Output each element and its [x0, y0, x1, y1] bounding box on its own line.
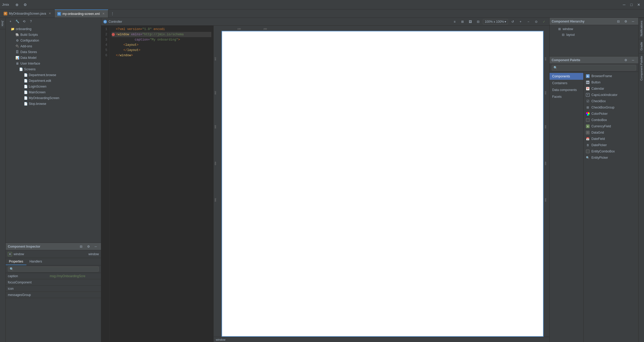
code-val-3: "My onboarding" — [150, 37, 178, 42]
palette-settings-btn[interactable]: ⚙ — [623, 57, 629, 63]
tree-label-login: LoginScreen — [29, 85, 46, 88]
inspector-tab-handlers[interactable]: Handlers — [26, 258, 45, 265]
hierarchy-item-layout[interactable]: ⊟ layout — [550, 32, 638, 38]
gradle-strip-tab[interactable]: Gradle — [639, 39, 644, 53]
inspector-settings-btn[interactable]: ⚙ — [85, 243, 92, 250]
palette-close-btn[interactable]: ─ — [630, 57, 636, 63]
inspector-close-btn[interactable]: ─ — [93, 243, 99, 250]
palette-label-currencyfield: CurrencyField — [591, 124, 611, 128]
apply-btn[interactable]: ✓ — [541, 19, 547, 25]
hierarchy-title: Component Hierarchy — [552, 20, 584, 23]
jmix-strip-tab[interactable]: Jmix — [0, 18, 6, 29]
sidebar-add-btn[interactable]: + — [8, 19, 13, 24]
palette-cat-components[interactable]: Components — [550, 73, 583, 80]
new-window-btn[interactable]: ⊕ — [14, 2, 20, 8]
hierarchy-settings-btn[interactable]: ⚙ — [623, 18, 629, 25]
palette-item-browserframe[interactable]: B BrowserFrame — [584, 73, 638, 79]
tab-bar: C MyOnboardingScreen.java ✕ C my-onboard… — [0, 9, 644, 18]
ruler-v-400: 400 — [214, 162, 217, 165]
code-editor[interactable]: 1 2 3 4 5 6 <?xml version="1.0" encodi — [101, 26, 214, 342]
tab-java-close[interactable]: ✕ — [48, 12, 52, 16]
palette-item-datefield[interactable]: 📅 DateField — [584, 136, 638, 142]
palette-item-colorpicker[interactable]: ColorPicker — [584, 111, 638, 117]
palette-item-checkbox[interactable]: ☑ CheckBox — [584, 98, 638, 104]
line-num-4: 4 — [103, 42, 107, 48]
code-lines: <?xml version="1.0" encodi <window xmlns… — [110, 27, 213, 341]
palette-item-entitycombobox[interactable]: EntityComboBox — [584, 148, 638, 155]
code-bracket-3: > — [178, 37, 180, 42]
sidebar-scroll-btn[interactable]: ⟲ — [21, 19, 27, 24]
code-text-4: < — [123, 42, 125, 48]
tree-item-main[interactable]: 📄 MainScreen — [6, 89, 101, 95]
code-tag-4: layout — [125, 42, 137, 48]
palette-cat-facets[interactable]: Facets — [550, 93, 583, 100]
palette-item-datepicker[interactable]: 🗓 DatePicker — [584, 142, 638, 148]
tree-item-build-scripts[interactable]: 🐘 Build Scripts — [6, 32, 101, 38]
tree-item-addons[interactable]: 🔌 Add-ons — [6, 43, 101, 49]
tab-xml-close[interactable]: ✕ — [101, 12, 105, 16]
editor-toolbar: C Controller ≡ ⊞ 🖼 ⊟ 100% x 100% ▾ ↺ + −… — [101, 18, 549, 26]
tree-item-stop-browse[interactable]: 📄 Stop.browse — [6, 101, 101, 107]
tree-item-myonboarding[interactable]: 📄 MyOnboardingScreen — [6, 95, 101, 101]
tab-java[interactable]: C MyOnboardingScreen.java ✕ — [1, 9, 55, 18]
component-palette: Component Palette ⚙ ─ Compone — [550, 56, 638, 342]
palette-item-calendar[interactable]: 📅 Calendar — [584, 86, 638, 92]
palette-item-datagrid[interactable]: DataGrid — [584, 129, 638, 136]
inspector-tab-properties[interactable]: Properties — [6, 258, 26, 265]
sidebar-help-btn[interactable]: ? — [28, 19, 33, 24]
code-text-1: <?xml version= — [116, 27, 142, 32]
java-icon: C — [4, 12, 7, 15]
palette-item-currencyfield[interactable]: $ CurrencyField — [584, 123, 638, 129]
sidebar-tools-btn[interactable]: 🔧 — [15, 19, 20, 24]
editor-area: C Controller ≡ ⊞ 🖼 ⊟ 100% x 100% ▾ ↺ + −… — [101, 18, 549, 342]
tree-item-configuration[interactable]: ⚙ Configuration — [6, 38, 101, 43]
tree-root-onboarding[interactable]: 📁 onboarding — [6, 26, 101, 32]
grid-view-btn[interactable]: ⊞ — [459, 19, 466, 25]
settings-btn[interactable]: ⚙ — [22, 2, 29, 8]
zoom-out-btn[interactable]: − — [525, 19, 532, 25]
maximize-btn[interactable]: □ — [628, 2, 635, 8]
table-view-btn[interactable]: ⊟ — [475, 19, 481, 25]
close-btn[interactable]: ✕ — [636, 2, 642, 8]
palette-item-capsindicator[interactable]: ⇪ CapsLockIndicator — [584, 92, 638, 98]
title-bar: Jmix ⊕ ⚙ ─ □ ✕ — [0, 0, 644, 9]
notifications-strip-tab[interactable]: Notifications — [639, 18, 644, 39]
palette-cat-containers[interactable]: Containers — [550, 80, 583, 87]
palette-item-combobox[interactable]: ComboBox — [584, 117, 638, 123]
refresh-btn[interactable]: ↺ — [510, 19, 516, 25]
tree-item-dept-edit[interactable]: 📄 Department.edit — [6, 78, 101, 84]
tree-item-login[interactable]: 📄 LoginScreen — [6, 84, 101, 89]
palette-label-entitypicker: EntityPicker — [591, 156, 608, 159]
code-line-1: <?xml version="1.0" encodi — [112, 27, 211, 32]
inspector-layout-btn[interactable]: ⊟ — [78, 243, 84, 250]
right-ruler: 100 200 300 400 500 — [544, 31, 549, 342]
list-view-btn[interactable]: ≡ — [451, 19, 458, 25]
hierarchy-layout-btn[interactable]: ⊟ — [615, 18, 622, 25]
tree-item-dept-browse[interactable]: 📄 Department.browse — [6, 72, 101, 78]
tab-more-btn[interactable]: ⋮ — [109, 9, 116, 18]
palette-item-button[interactable]: OK Button — [584, 79, 638, 86]
chevron-down-icon — [7, 27, 10, 31]
palette-item-entitypicker[interactable]: 🔍 EntityPicker — [584, 155, 638, 161]
code-text-6: </ — [116, 53, 120, 58]
palette-cat-data[interactable]: Data components — [550, 87, 583, 93]
tree-item-datamodel[interactable]: 📊 Data Model — [6, 55, 101, 61]
tree-label-build-scripts: Build Scripts — [20, 33, 38, 37]
tree-item-datastores[interactable]: 🗄 Data Stores — [6, 49, 101, 55]
tree-item-screens[interactable]: 📄 Screens — [6, 66, 101, 72]
palette-search-input[interactable] — [552, 65, 636, 71]
inspector-search-input[interactable] — [8, 266, 99, 272]
chevron-right-icon — [20, 96, 24, 100]
minimize-btn[interactable]: ─ — [621, 2, 627, 8]
hierarchy-item-window[interactable]: ⊞ window — [550, 26, 638, 32]
zoom-in-btn[interactable]: + — [517, 19, 524, 25]
hierarchy-close-btn[interactable]: ─ — [630, 18, 636, 25]
tree-label-addons: Add-ons — [20, 44, 32, 48]
component-palette-strip-tab[interactable]: Component Palette — [639, 53, 644, 83]
code-attr-2: xmlns= — [129, 32, 142, 37]
zoom-reset-btn[interactable]: ⊙ — [533, 19, 539, 25]
tree-item-ui[interactable]: 🖥 User Interface — [6, 61, 101, 66]
tab-xml[interactable]: C my-onboarding-screen.xml ✕ — [55, 9, 108, 18]
image-view-btn[interactable]: 🖼 — [467, 19, 473, 25]
palette-item-checkboxgroup[interactable]: ⊞ CheckBoxGroup — [584, 104, 638, 111]
